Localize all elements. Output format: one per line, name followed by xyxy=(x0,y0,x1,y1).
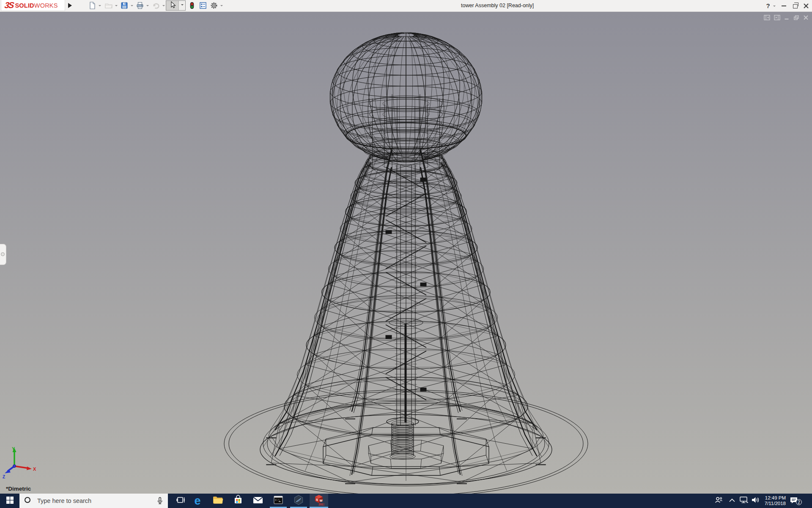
clock-time: 12:49 PM xyxy=(760,495,786,501)
orientation-triad: Y X Z xyxy=(2,445,41,482)
tower-wireframe-model xyxy=(0,11,812,494)
people-icon xyxy=(714,496,723,506)
brand-works: WORKS xyxy=(34,2,58,9)
start-button[interactable] xyxy=(0,494,19,508)
cortana-icon[interactable] xyxy=(25,497,30,503)
minimize-icon xyxy=(782,6,786,6)
close-button[interactable] xyxy=(801,0,811,11)
search-input[interactable] xyxy=(19,494,168,508)
child-restore-button[interactable] xyxy=(793,15,799,20)
rebuild-button[interactable] xyxy=(188,1,197,10)
printer-icon xyxy=(136,4,144,11)
composer-hexagon-icon xyxy=(293,494,304,507)
file-explorer-icon xyxy=(212,495,223,506)
taskbar-app-edge[interactable]: e xyxy=(189,494,206,508)
windows-taskbar: e C:\ SW2017 12:49 PM 7/11/2018 2 xyxy=(0,494,812,508)
svg-text:S: S xyxy=(316,498,318,502)
tray-volume-button[interactable] xyxy=(749,494,761,508)
volume-icon xyxy=(751,496,760,506)
dassault-monogram: 3S xyxy=(4,0,14,10)
new-document-button[interactable] xyxy=(88,1,97,10)
svg-text:2017: 2017 xyxy=(318,503,324,506)
triad-z-label: Z xyxy=(3,475,5,479)
microsoft-store-icon xyxy=(233,495,243,507)
app-titlebar: 3S SOLIDWORKS tower Assembly 02 [Read-on… xyxy=(0,0,812,12)
command-prompt-icon: C:\ xyxy=(273,495,283,506)
tray-network-button[interactable] xyxy=(738,494,749,508)
select-tool-button[interactable] xyxy=(166,1,179,10)
show-left-pane-button[interactable] xyxy=(764,15,770,20)
child-close-button[interactable] xyxy=(803,15,809,20)
taskbar-app-solidworks[interactable]: SW2017 xyxy=(310,494,327,508)
task-pane-button[interactable] xyxy=(199,1,208,10)
restore-icon xyxy=(793,4,798,8)
undo-dropdown-caret[interactable] xyxy=(162,5,165,8)
taskbar-app-solidworks-composer[interactable] xyxy=(290,494,307,508)
tray-people-button[interactable] xyxy=(712,494,725,508)
open-dropdown-caret[interactable] xyxy=(115,5,118,8)
select-dropdown-caret[interactable] xyxy=(179,1,185,10)
svg-text:C:\: C:\ xyxy=(275,499,280,502)
tray-overflow-button[interactable] xyxy=(727,494,738,508)
notification-badge: 2 xyxy=(796,499,802,505)
network-icon xyxy=(739,496,748,506)
save-floppy-icon xyxy=(120,4,129,11)
cursor-arrow-icon xyxy=(169,1,176,11)
triad-y-label: Y xyxy=(12,446,15,451)
new-document-icon xyxy=(88,4,96,11)
task-view-button[interactable] xyxy=(173,494,189,508)
print-button[interactable] xyxy=(136,1,145,10)
svg-text:W: W xyxy=(320,499,323,502)
tray-clock[interactable]: 12:49 PM 7/11/2018 xyxy=(760,495,786,506)
new-dropdown-caret[interactable] xyxy=(99,5,101,8)
taskbar-app-file-explorer[interactable] xyxy=(209,494,226,508)
taskbar-app-command-prompt[interactable]: C:\ xyxy=(270,494,287,508)
minimize-button[interactable] xyxy=(779,0,788,11)
microphone-icon[interactable] xyxy=(156,497,163,507)
help-button[interactable]: ? xyxy=(764,0,772,11)
triad-x-label: X xyxy=(33,467,36,472)
view-orientation-label: *Dimetric xyxy=(6,486,31,492)
undo-button[interactable] xyxy=(152,1,161,10)
open-folder-icon xyxy=(104,4,113,11)
taskbar-app-mail[interactable] xyxy=(250,494,266,508)
solidworks-2017-icon: SW2017 xyxy=(313,494,324,508)
mail-icon xyxy=(252,496,263,506)
viewport-window-controls xyxy=(764,15,809,20)
gear-icon xyxy=(210,4,218,11)
brand-solid: SOLID xyxy=(15,2,34,9)
taskbar-app-store[interactable] xyxy=(230,494,247,508)
task-view-icon xyxy=(176,496,186,506)
graphics-viewport[interactable]: Y X Z *Dimetric xyxy=(0,11,812,494)
help-dropdown-caret[interactable] xyxy=(773,6,776,8)
undo-arrow-icon xyxy=(152,4,160,11)
select-tool-group xyxy=(166,0,186,11)
close-icon xyxy=(804,3,809,8)
properties-list-icon xyxy=(199,4,207,11)
save-button[interactable] xyxy=(120,1,129,10)
options-button[interactable] xyxy=(210,1,219,10)
show-right-pane-button[interactable] xyxy=(774,15,780,20)
save-dropdown-caret[interactable] xyxy=(131,5,133,8)
document-title: tower Assembly 02 [Read-only] xyxy=(461,3,534,8)
traffic-light-icon xyxy=(188,4,196,11)
edge-icon: e xyxy=(194,495,200,506)
right-triangle-icon xyxy=(68,3,74,8)
menu-flyout-arrow[interactable] xyxy=(67,2,73,9)
restore-button[interactable] xyxy=(790,0,799,11)
solidworks-logo: 3S SOLIDWORKS xyxy=(1,0,65,11)
options-dropdown-caret[interactable] xyxy=(220,5,223,8)
chevron-up-icon xyxy=(729,497,735,505)
print-dropdown-caret[interactable] xyxy=(146,5,149,8)
tab-dot-icon xyxy=(1,252,5,256)
clock-date: 7/11/2018 xyxy=(760,501,786,506)
child-minimize-button[interactable] xyxy=(784,15,790,20)
windows-logo-icon xyxy=(6,497,14,505)
feature-tree-collapsed-tab[interactable] xyxy=(0,244,6,265)
open-button[interactable] xyxy=(104,1,114,10)
